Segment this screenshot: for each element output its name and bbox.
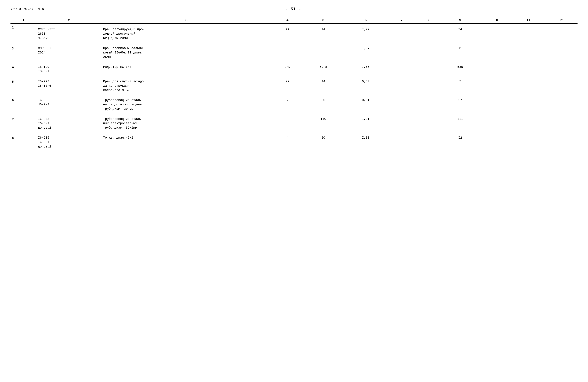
- row-code: I8–IO9 I8-5-I: [37, 64, 102, 75]
- row-col6: I,I8: [343, 134, 389, 150]
- row-col8: [415, 64, 441, 75]
- row-description: Радиатор МС-I40: [102, 64, 271, 75]
- row-col10: [480, 78, 512, 94]
- row-col11: [512, 23, 545, 42]
- row-col5: 69,8: [304, 64, 343, 75]
- row-col5: IIO: [304, 115, 343, 132]
- row-unit: ": [271, 115, 304, 132]
- row-col10: [480, 64, 512, 75]
- col-header-11: II: [512, 17, 545, 23]
- col-header-1: I: [10, 17, 37, 23]
- row-col9: 24: [441, 23, 480, 42]
- row-col12: [545, 115, 578, 132]
- row-code: ССРСЦ-III 2658 ч.3в.2: [37, 23, 102, 42]
- row-description: То же, диам.45х2: [102, 134, 271, 150]
- row-col7: [389, 115, 415, 132]
- row-col7: [389, 78, 415, 94]
- row-col7: [389, 23, 415, 42]
- row-description: Кран пробковый сальни- ковый IIч6бк II д…: [102, 45, 271, 61]
- row-col11: [512, 45, 545, 61]
- row-col12: [545, 23, 578, 42]
- table-row: 3ССРСЦ-III I024Кран пробковый сальни- ко…: [10, 45, 578, 61]
- row-number: 4: [10, 64, 37, 75]
- row-col10: [480, 23, 512, 42]
- table-row: 4I8–IO9 I8-5-IРадиатор МС-I40экм69,87,66…: [10, 64, 578, 75]
- row-number: 3: [10, 45, 37, 61]
- row-col7: [389, 45, 415, 61]
- col-header-7: 7: [389, 17, 415, 23]
- row-col5: I4: [304, 23, 343, 42]
- row-col11: [512, 97, 545, 113]
- table-row: 2ССРСЦ-III 2658 ч.3в.2Кран регулирующий …: [10, 23, 578, 42]
- row-code: I6-233 I6-8-I доп.в.2: [37, 115, 102, 132]
- row-unit: ": [271, 134, 304, 150]
- col-header-3: 3: [102, 17, 271, 23]
- row-number: 6: [10, 97, 37, 113]
- row-code: ССРСЦ-III I024: [37, 45, 102, 61]
- row-col6: 0,9I: [343, 97, 389, 113]
- row-col6: 0,49: [343, 78, 389, 94]
- row-col8: [415, 45, 441, 61]
- row-col11: [512, 115, 545, 132]
- row-col9: 27: [441, 97, 480, 113]
- row-col6: I,OI: [343, 115, 389, 132]
- table-row: 6I6-36 J6-7-IТрубопровод из сталь- ных в…: [10, 97, 578, 113]
- row-col5: IO: [304, 134, 343, 150]
- doc-reference: 709-9-79.87 ал.5: [10, 7, 44, 11]
- row-col12: [545, 78, 578, 94]
- col-header-6: 6: [343, 17, 389, 23]
- row-description: Кран для спуска возду- ха конструкции Ма…: [102, 78, 271, 94]
- row-description: Трубопровод из сталь- ных электросварных…: [102, 115, 271, 132]
- row-col9: I2: [441, 134, 480, 150]
- row-col5: 30: [304, 97, 343, 113]
- row-description: Кран регулирующий про- ходной дросельный…: [102, 23, 271, 42]
- col-header-9: 9: [441, 17, 480, 23]
- col-header-10: IO: [480, 17, 512, 23]
- row-number: 8: [10, 134, 37, 150]
- row-unit: шт: [271, 23, 304, 42]
- row-unit: ": [271, 45, 304, 61]
- row-col12: [545, 64, 578, 75]
- row-col11: [512, 134, 545, 150]
- col-header-5: 5: [304, 17, 343, 23]
- page-header: 709-9-79.87 ал.5 - 5I -: [10, 7, 578, 11]
- row-col5: I4: [304, 78, 343, 94]
- row-code: I8–229 I8-I5-5: [37, 78, 102, 94]
- row-unit: шт: [271, 78, 304, 94]
- table-row: 7I6-233 I6-8-I доп.в.2Трубопровод из ста…: [10, 115, 578, 132]
- col-header-8: 8: [415, 17, 441, 23]
- col-header-2: 2: [37, 17, 102, 23]
- row-col6: I,72: [343, 23, 389, 42]
- row-col10: [480, 134, 512, 150]
- row-col10: [480, 45, 512, 61]
- col-header-4: 4: [271, 17, 304, 23]
- table-header-row: I 2 3 4 5 6 7 8 9 IO II I2: [10, 17, 578, 23]
- row-col9: 7: [441, 78, 480, 94]
- table-row: 5I8–229 I8-I5-5Кран для спуска возду- ха…: [10, 78, 578, 94]
- row-col11: [512, 64, 545, 75]
- row-col8: [415, 134, 441, 150]
- row-col7: [389, 134, 415, 150]
- row-col8: [415, 115, 441, 132]
- row-col10: [480, 97, 512, 113]
- row-col12: [545, 45, 578, 61]
- row-unit: экм: [271, 64, 304, 75]
- row-col9: III: [441, 115, 480, 132]
- row-col12: [545, 134, 578, 150]
- row-code: I6-36 J6-7-I: [37, 97, 102, 113]
- row-col7: [389, 64, 415, 75]
- row-col11: [512, 78, 545, 94]
- row-col12: [545, 97, 578, 113]
- row-col6: I,67: [343, 45, 389, 61]
- row-col8: [415, 78, 441, 94]
- row-number: 5: [10, 78, 37, 94]
- col-header-12: I2: [545, 17, 578, 23]
- row-col10: [480, 115, 512, 132]
- main-table: I 2 3 4 5 6 7 8 9 IO II I2 2ССРСЦ-III 26…: [10, 17, 578, 150]
- row-col5: 2: [304, 45, 343, 61]
- row-description: Трубопровод из сталь- ных водогазопровод…: [102, 97, 271, 113]
- row-col8: [415, 97, 441, 113]
- row-col6: 7,66: [343, 64, 389, 75]
- row-col9: 535: [441, 64, 480, 75]
- row-col8: [415, 23, 441, 42]
